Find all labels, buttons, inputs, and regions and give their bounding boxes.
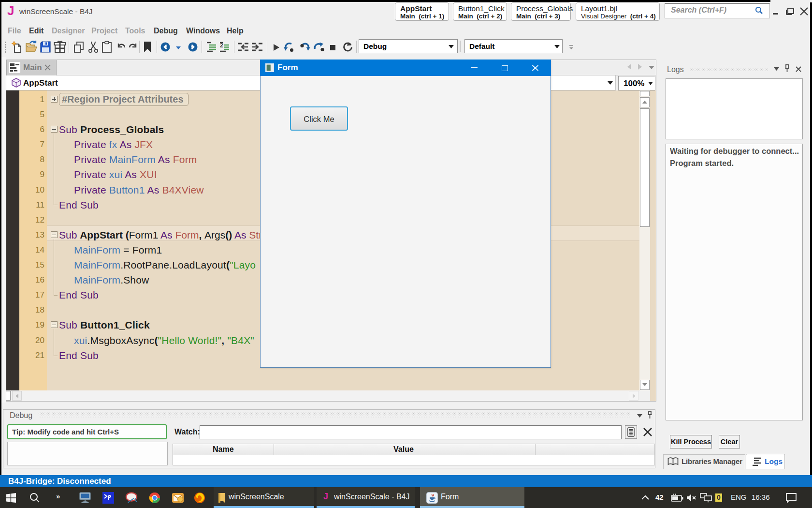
svg-text:2: 2 (220, 42, 223, 49)
